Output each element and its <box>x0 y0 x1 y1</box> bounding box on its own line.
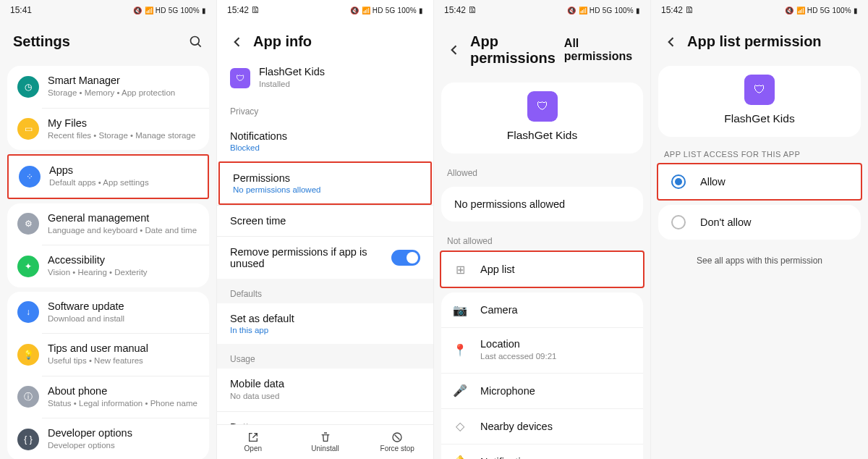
radio-icon <box>671 215 686 230</box>
settings-card-2: ⚙ General managementLanguage and keyboar… <box>7 203 209 287</box>
item-title: Apps <box>49 164 197 176</box>
settings-apps[interactable]: ⁘ AppsDefault apps • App settings <box>9 156 208 198</box>
radio-label: Don't allow <box>700 216 751 228</box>
settings-my-files[interactable]: ▭ My FilesRecent files • Storage • Manag… <box>7 109 209 151</box>
search-icon[interactable] <box>189 35 203 49</box>
row-mobile-data[interactable]: Mobile data No data used <box>217 369 433 412</box>
row-app-list[interactable]: ⊞ App list <box>441 252 643 287</box>
settings-tips[interactable]: 💡 Tips and user manualUseful tips • New … <box>7 334 209 376</box>
perm-title: Nearby devices <box>480 421 553 432</box>
item-title: Software update <box>48 300 199 312</box>
page-title: Settings <box>13 33 180 50</box>
btn-label: Force stop <box>380 445 414 452</box>
app-icon: 🛡 <box>230 68 250 88</box>
row-notifications[interactable]: 🔔 Notifications <box>441 444 643 459</box>
row-permissions[interactable]: Permissions No permissions allowed <box>220 163 430 203</box>
item-subtitle: Vision • Hearing • Dexterity <box>48 267 199 279</box>
row-camera[interactable]: 📷 Camera <box>441 292 643 327</box>
settings-developer-options[interactable]: { } Developer optionsDeveloper options <box>7 418 209 459</box>
perm-title: App list <box>480 264 515 275</box>
force-stop-button[interactable]: Force stop <box>361 425 433 459</box>
item-title: Permissions <box>233 172 417 184</box>
settings-about-phone[interactable]: ⓘ About phoneStatus • Legal information … <box>7 376 209 418</box>
item-title: Tips and user manual <box>48 342 199 354</box>
settings-card-1: ◷ Smart ManagerStorage • Memory • App pr… <box>7 66 209 150</box>
settings-general-management[interactable]: ⚙ General managementLanguage and keyboar… <box>7 203 209 245</box>
panel-app-list-permission: 15:42 🖻 🔇 📶HD 5G100%▮ App list permissio… <box>651 0 868 459</box>
item-subtitle: No permissions allowed <box>233 185 417 194</box>
perm-title: Notifications <box>480 456 537 459</box>
app-list-icon: ⊞ <box>453 262 467 277</box>
svg-point-0 <box>191 36 200 45</box>
camera-icon: 📷 <box>453 303 467 317</box>
item-title: Mobile data <box>230 378 420 389</box>
radio-allow[interactable]: Allow <box>658 164 861 199</box>
item-subtitle: Recent files • Storage • Manage storage <box>48 130 199 142</box>
row-nearby-devices[interactable]: ◇ Nearby devices <box>441 408 643 444</box>
row-screen-time[interactable]: Screen time <box>217 205 433 236</box>
row-set-as-default[interactable]: Set as default In this app <box>217 303 433 344</box>
toggle-remove-permissions[interactable] <box>391 250 420 266</box>
back-icon[interactable] <box>230 35 244 49</box>
item-title: Accessibility <box>48 254 199 266</box>
panel-app-info: 15:42 🖻 🔇 📶HD 5G100%▮ App info 🛡 FlashGe… <box>217 0 434 459</box>
page-title: App list permission <box>687 33 855 50</box>
status-indicators: 🔇 📶HD 5G100%▮ <box>785 7 858 14</box>
all-permissions-link[interactable]: All permissions <box>564 37 637 63</box>
item-subtitle: Blocked <box>230 143 420 152</box>
perm-subtitle: Last accessed 09:21 <box>480 351 631 363</box>
row-notifications[interactable]: Notifications Blocked <box>217 121 433 161</box>
settings-software-update[interactable]: ↓ Software updateDownload and install <box>7 292 209 334</box>
status-time: 15:41 <box>10 5 32 15</box>
location-icon: 📍 <box>453 343 467 358</box>
item-subtitle: No data used <box>230 391 420 403</box>
item-subtitle: In this app <box>230 326 420 334</box>
open-button[interactable]: Open <box>217 425 289 459</box>
status-time: 15:42 <box>227 5 249 15</box>
app-name: FlashGet Kids <box>724 112 794 125</box>
app-icon: 🛡 <box>527 91 558 122</box>
status-bar: 15:42 🖻 🔇 📶HD 5G100%▮ <box>651 0 868 17</box>
back-icon[interactable] <box>664 35 678 49</box>
row-location[interactable]: 📍 LocationLast accessed 09:21 <box>441 327 643 373</box>
radio-dont-allow[interactable]: Don't allow <box>658 205 861 240</box>
item-title: My Files <box>48 117 199 129</box>
section-privacy: Privacy <box>217 96 433 121</box>
perm-title: Location <box>480 338 631 350</box>
radio-label: Allow <box>700 176 726 188</box>
app-status: Installed <box>259 79 420 90</box>
item-title: Remove permissions if app is unused <box>230 246 384 269</box>
settings-card-3: ↓ Software updateDownload and install 💡 … <box>7 292 209 459</box>
item-subtitle: Developer options <box>48 440 199 452</box>
notifications-icon: 🔔 <box>453 455 467 459</box>
btn-label: Uninstall <box>311 445 339 452</box>
item-title: Smart Manager <box>48 75 199 86</box>
row-microphone[interactable]: 🎤 Microphone <box>441 373 643 408</box>
perm-title: Camera <box>480 304 518 316</box>
settings-accessibility[interactable]: ✦ AccessibilityVision • Hearing • Dexter… <box>7 245 209 287</box>
page-title: App permissions <box>470 33 556 67</box>
bottom-bar: Open Uninstall Force stop <box>217 424 433 459</box>
no-permissions-text: No permissions allowed <box>441 187 643 222</box>
row-remove-permissions[interactable]: Remove permissions if app is unused <box>217 236 433 279</box>
item-title: Screen time <box>230 215 420 227</box>
btn-label: Open <box>244 445 262 452</box>
item-subtitle: Status • Legal information • Phone name <box>48 398 199 410</box>
status-bar: 15:42 🖻 🔇 📶HD 5G100%▮ <box>217 0 433 17</box>
item-title: General management <box>48 212 199 224</box>
status-indicators: 🔇 📶HD 5G100%▮ <box>567 7 640 14</box>
panel-settings: 15:41 🔇 📶HD 5G100%▮ Settings ◷ Smart Man… <box>0 0 217 459</box>
settings-apps-highlighted: ⁘ AppsDefault apps • App settings <box>7 154 209 199</box>
status-indicators: 🔇 📶HD 5G100%▮ <box>133 7 206 14</box>
status-time: 15:42 <box>661 5 683 15</box>
uninstall-button[interactable]: Uninstall <box>289 425 362 459</box>
settings-smart-manager[interactable]: ◷ Smart ManagerStorage • Memory • App pr… <box>7 66 209 108</box>
app-header: 🛡 FlashGet KidsInstalled <box>217 62 433 96</box>
app-header-card: 🛡 FlashGet Kids <box>658 66 861 137</box>
app-name: FlashGet Kids <box>259 66 420 77</box>
item-subtitle: Download and install <box>48 313 199 325</box>
panel-app-permissions: 15:42 🖻 🔇 📶HD 5G100%▮ App permissions Al… <box>434 0 651 459</box>
back-icon[interactable] <box>447 43 461 57</box>
see-all-apps-link[interactable]: See all apps with this permission <box>651 244 868 277</box>
section-usage: Usage <box>217 344 433 369</box>
